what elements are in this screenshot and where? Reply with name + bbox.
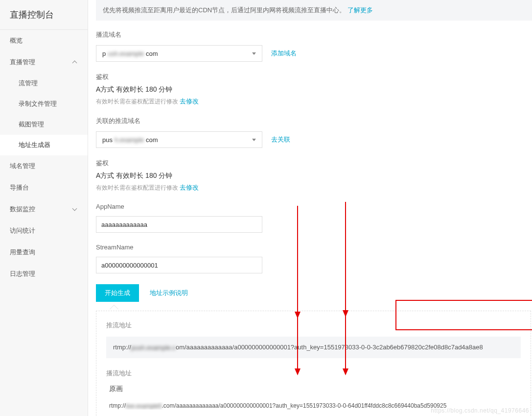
appname-input[interactable]: [96, 216, 262, 233]
appname-label: AppName: [96, 203, 532, 210]
sidebar-item-live-manage[interactable]: 直播管理: [0, 51, 88, 73]
result-panel: 推流地址 rtmp://push.example.com/aaaaaaaaaaa…: [96, 311, 531, 416]
sidebar-item-access-stats[interactable]: 访问统计: [0, 220, 88, 242]
unlink-link[interactable]: 去关联: [271, 135, 290, 144]
info-banner: 优先将视频推流至距离用户最近的CDN节点，后通过阿里内网将视频流推至直播中心。 …: [96, 0, 532, 21]
sidebar-item-data-monitor[interactable]: 数据监控: [0, 198, 88, 220]
streamname-input[interactable]: [96, 257, 262, 273]
auth-method-2: A方式 有效时长 180 分钟: [96, 171, 532, 180]
sidebar-sub-stream-manage[interactable]: 流管理: [0, 73, 88, 94]
learn-more-link[interactable]: 了解更多: [347, 6, 373, 14]
modify-auth-link-1[interactable]: 去修改: [180, 98, 199, 105]
caret-down-icon: [252, 52, 256, 55]
chevron-up-icon: [72, 59, 78, 65]
main-content: 优先将视频推流至距离用户最近的CDN节点，后通过阿里内网将视频流推至直播中心。 …: [88, 0, 532, 416]
caret-down-icon: [252, 139, 256, 141]
auth-hint-2: 有效时长需在鉴权配置进行修改 去修改: [96, 183, 532, 192]
generate-button[interactable]: 开始生成: [96, 284, 139, 302]
play-url-rtmp[interactable]: rtmp://live.example5.com/aaaaaaaaaaaaa/a…: [109, 402, 521, 410]
sidebar-sub-record-files[interactable]: 录制文件管理: [0, 94, 88, 114]
chevron-down-icon: [72, 206, 78, 212]
auth-label-1: 鉴权: [96, 73, 532, 81]
sidebar-item-overview[interactable]: 概览: [0, 30, 88, 51]
sidebar-item-director[interactable]: 导播台: [0, 177, 88, 198]
play-domain-select[interactable]: push.examplecom: [96, 45, 262, 62]
push-domain-select[interactable]: push.examplecom: [96, 131, 262, 148]
sidebar-sub-snapshot-manage[interactable]: 截图管理: [0, 114, 88, 135]
sidebar-menu: 概览 直播管理 流管理 录制文件管理 截图管理 地址生成器 域名管理 导播台 数…: [0, 30, 88, 285]
sidebar-item-domain-manage[interactable]: 域名管理: [0, 155, 88, 177]
auth-label-2: 鉴权: [96, 159, 532, 168]
sidebar-item-log-manage[interactable]: 日志管理: [0, 263, 88, 285]
push-url-value[interactable]: rtmp://push.example.com/aaaaaaaaaaaaa/a0…: [106, 337, 521, 358]
modify-auth-link-2[interactable]: 去修改: [180, 184, 199, 191]
streamname-label: StreamName: [96, 244, 532, 251]
sidebar-item-usage-query[interactable]: 用量查询: [0, 242, 88, 263]
add-domain-link[interactable]: 添加域名: [271, 49, 297, 58]
play-url-label: 播流地址: [106, 369, 521, 378]
auth-hint-1: 有效时长需在鉴权配置进行修改 去修改: [96, 97, 532, 106]
push-url-label: 推流地址: [106, 321, 521, 330]
pointer-triangle-icon: [110, 305, 118, 309]
sidebar-title: 直播控制台: [0, 0, 88, 30]
sidebar-sub-url-generator[interactable]: 地址生成器: [0, 135, 88, 155]
original-quality-label: 原画: [109, 385, 521, 393]
push-domain-label: 关联的推流域名: [96, 117, 532, 125]
play-domain-label: 播流域名: [96, 30, 532, 39]
example-link[interactable]: 地址示例说明: [150, 289, 188, 297]
auth-method-1: A方式 有效时长 180 分钟: [96, 85, 532, 94]
sidebar: 直播控制台 概览 直播管理 流管理 录制文件管理 截图管理 地址生成器 域名管理…: [0, 0, 88, 416]
